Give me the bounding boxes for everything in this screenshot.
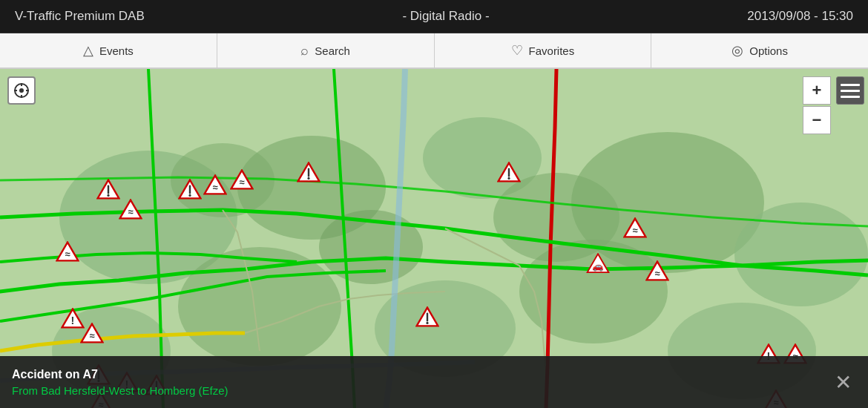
svg-text:≈: ≈	[65, 249, 70, 260]
svg-text:!: !	[71, 315, 75, 326]
info-bar: Accident on A7 From Bad Hersfeld-West to…	[0, 356, 868, 408]
svg-point-60	[507, 177, 510, 180]
incident-icon-11: ≈	[230, 169, 254, 190]
menu-line-3	[841, 96, 860, 98]
incident-icon-4: ≈	[80, 323, 104, 343]
incident-detail: From Bad Hersfeld-West to Homberg (Efze)	[12, 384, 228, 397]
svg-point-64	[19, 88, 24, 93]
incident-icon-10: ≈	[203, 174, 227, 195]
events-label: Events	[99, 45, 134, 57]
favorites-label: Favorites	[529, 45, 575, 57]
locate-button[interactable]	[7, 76, 36, 105]
svg-point-47	[426, 322, 428, 324]
incident-icon-14: ≈	[645, 260, 669, 281]
close-info-button[interactable]: ✕	[829, 369, 856, 395]
map-controls	[7, 76, 36, 105]
app-header: V-Traffic Premium DAB - Digital Radio - …	[0, 0, 868, 33]
incident-icon-2: ≈	[119, 199, 142, 220]
app-title: V-Traffic Premium DAB	[15, 9, 145, 24]
incident-icon-12	[297, 162, 320, 182]
svg-text:🚗: 🚗	[592, 260, 604, 272]
zoom-in-button[interactable]: +	[803, 76, 831, 105]
incident-icon-3: ≈	[56, 241, 79, 262]
menu-line-2	[841, 90, 860, 92]
menu-line-1	[841, 84, 860, 86]
search-icon: ⌕	[300, 43, 309, 59]
incident-icon-17	[497, 162, 521, 182]
incident-icon-13	[415, 306, 439, 327]
nav-search[interactable]: ⌕ Search	[217, 33, 435, 68]
incident-icon-9	[178, 179, 202, 200]
navigation-bar: △ Events ⌕ Search ♡ Favorites ◎ Options	[0, 33, 868, 69]
events-icon: △	[83, 42, 93, 59]
svg-text:≈: ≈	[654, 268, 660, 279]
app-subtitle: - Digital Radio -	[402, 9, 489, 24]
menu-button[interactable]	[836, 76, 864, 105]
app-datetime: 2013/09/08 - 15:30	[747, 9, 853, 24]
heart-icon: ♡	[511, 42, 523, 59]
nav-events[interactable]: △ Events	[0, 33, 217, 68]
incident-icon-15: ≈	[623, 217, 647, 238]
svg-text:≈: ≈	[632, 225, 637, 236]
nav-favorites[interactable]: ♡ Favorites	[435, 33, 652, 68]
options-label: Options	[749, 45, 788, 57]
incident-icon-car: 🚗	[586, 253, 610, 274]
svg-point-16	[107, 194, 109, 197]
search-label: Search	[315, 45, 350, 57]
svg-text:≈: ≈	[89, 330, 94, 341]
svg-text:≈: ≈	[239, 177, 244, 188]
svg-point-5	[734, 203, 868, 306]
svg-text:≈: ≈	[212, 182, 217, 193]
incident-icon-1	[96, 179, 120, 200]
map-area[interactable]: ≈ ≈ ! ≈ !	[0, 69, 868, 408]
incident-info: Accident on A7 From Bad Hersfeld-West to…	[12, 368, 228, 397]
svg-point-44	[307, 177, 309, 180]
nav-options[interactable]: ◎ Options	[651, 33, 868, 68]
svg-text:≈: ≈	[128, 206, 133, 217]
zoom-controls: + −	[803, 76, 831, 134]
incident-title: Accident on A7	[12, 368, 228, 381]
zoom-out-button[interactable]: −	[803, 106, 831, 134]
svg-point-37	[188, 194, 191, 197]
eye-icon: ◎	[731, 42, 743, 59]
